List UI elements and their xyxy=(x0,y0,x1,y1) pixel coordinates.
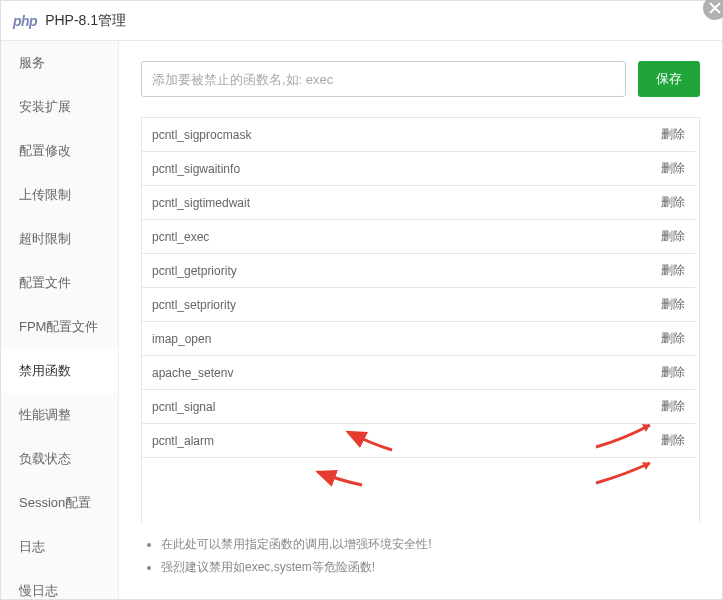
sidebar-item-7[interactable]: 禁用函数 xyxy=(1,349,118,393)
tips-list: 在此处可以禁用指定函数的调用,以增强环境安全性!强烈建议禁用如exec,syst… xyxy=(141,533,700,579)
sidebar-item-8[interactable]: 性能调整 xyxy=(1,393,118,437)
close-icon xyxy=(709,2,721,14)
function-row: pcntl_signal删除 xyxy=(142,390,695,424)
sidebar-item-3[interactable]: 上传限制 xyxy=(1,173,118,217)
delete-link[interactable]: 删除 xyxy=(661,160,685,177)
tip-item: 强烈建议禁用如exec,system等危险函数! xyxy=(161,556,700,579)
window: php PHP-8.1管理 服务安装扩展配置修改上传限制超时限制配置文件FPM配… xyxy=(0,0,723,600)
sidebar-item-12[interactable]: 慢日志 xyxy=(1,569,118,599)
tip-item: 在此处可以禁用指定函数的调用,以增强环境安全性! xyxy=(161,533,700,556)
sidebar: 服务安装扩展配置修改上传限制超时限制配置文件FPM配置文件禁用函数性能调整负载状… xyxy=(1,41,119,599)
function-row: pcntl_setpriority删除 xyxy=(142,288,695,322)
php-logo-icon: php xyxy=(13,13,37,29)
function-name: pcntl_sigprocmask xyxy=(152,128,251,142)
function-name: imap_open xyxy=(152,332,211,346)
delete-link[interactable]: 删除 xyxy=(661,364,685,381)
delete-link[interactable]: 删除 xyxy=(661,126,685,143)
function-name: pcntl_getpriority xyxy=(152,264,237,278)
sidebar-item-5[interactable]: 配置文件 xyxy=(1,261,118,305)
function-row: pcntl_sigwaitinfo删除 xyxy=(142,152,695,186)
input-row: 保存 xyxy=(141,61,700,97)
sidebar-item-9[interactable]: 负载状态 xyxy=(1,437,118,481)
sidebar-item-2[interactable]: 配置修改 xyxy=(1,129,118,173)
function-name: pcntl_alarm xyxy=(152,434,214,448)
titlebar: php PHP-8.1管理 xyxy=(1,1,722,41)
function-name: pcntl_setpriority xyxy=(152,298,236,312)
function-row: pcntl_alarm删除 xyxy=(142,424,695,458)
function-row: pcntl_sigprocmask删除 xyxy=(142,118,695,152)
php-logo-text: php xyxy=(13,13,37,29)
delete-link[interactable]: 删除 xyxy=(661,228,685,245)
delete-link[interactable]: 删除 xyxy=(661,262,685,279)
function-name: pcntl_sigwaitinfo xyxy=(152,162,240,176)
sidebar-item-11[interactable]: 日志 xyxy=(1,525,118,569)
function-name: apache_setenv xyxy=(152,366,233,380)
delete-link[interactable]: 删除 xyxy=(661,330,685,347)
function-name: pcntl_signal xyxy=(152,400,215,414)
body-area: 服务安装扩展配置修改上传限制超时限制配置文件FPM配置文件禁用函数性能调整负载状… xyxy=(1,41,722,599)
delete-link[interactable]: 删除 xyxy=(661,194,685,211)
delete-link[interactable]: 删除 xyxy=(661,398,685,415)
function-row: pcntl_getpriority删除 xyxy=(142,254,695,288)
sidebar-item-10[interactable]: Session配置 xyxy=(1,481,118,525)
function-row: apache_setenv删除 xyxy=(142,356,695,390)
function-name: pcntl_exec xyxy=(152,230,209,244)
function-list[interactable]: pcntl_sigprocmask删除pcntl_sigwaitinfo删除pc… xyxy=(141,117,700,523)
window-title: PHP-8.1管理 xyxy=(45,12,126,30)
save-button[interactable]: 保存 xyxy=(638,61,700,97)
function-row: pcntl_exec删除 xyxy=(142,220,695,254)
main-panel: 保存 pcntl_sigprocmask删除pcntl_sigwaitinfo删… xyxy=(119,41,722,599)
delete-link[interactable]: 删除 xyxy=(661,296,685,313)
function-row: imap_open删除 xyxy=(142,322,695,356)
function-name-input[interactable] xyxy=(141,61,626,97)
sidebar-item-4[interactable]: 超时限制 xyxy=(1,217,118,261)
function-row: pcntl_sigtimedwait删除 xyxy=(142,186,695,220)
delete-link[interactable]: 删除 xyxy=(661,432,685,449)
function-name: pcntl_sigtimedwait xyxy=(152,196,250,210)
sidebar-item-1[interactable]: 安装扩展 xyxy=(1,85,118,129)
sidebar-item-0[interactable]: 服务 xyxy=(1,41,118,85)
sidebar-item-6[interactable]: FPM配置文件 xyxy=(1,305,118,349)
